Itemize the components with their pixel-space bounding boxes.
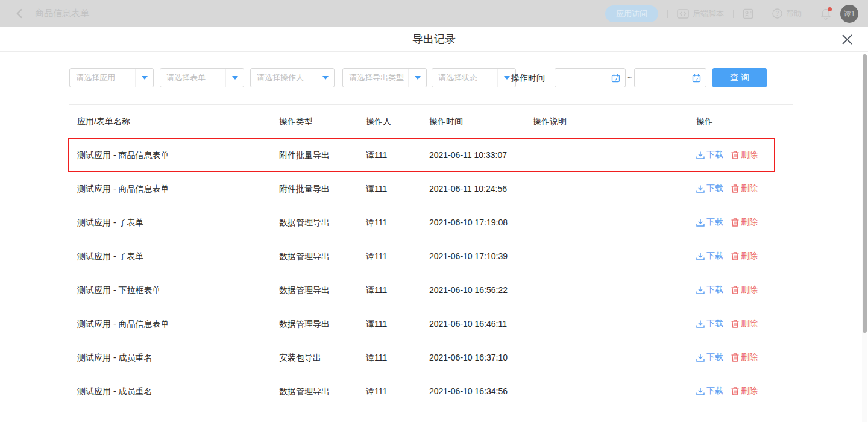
cell-operation-time: 2021-06-10 16:46:11 (429, 307, 529, 341)
cell-app-form-name: 测试应用 - 子表单 (77, 206, 276, 239)
header-app-form-name: 应用/表单名称 (77, 104, 276, 138)
status-select[interactable]: 请选择状态 (432, 68, 516, 87)
app-select[interactable]: 请选择应用 (69, 68, 154, 87)
header-operation-type: 操作类型 (279, 104, 363, 138)
delete-link[interactable]: 删除 (731, 352, 758, 363)
delete-label: 删除 (741, 150, 758, 160)
cell-operation-type: 数据管理导出 (279, 206, 363, 239)
header-operation-time: 操作时间 (429, 104, 529, 138)
delete-label: 删除 (741, 318, 758, 329)
divider (763, 10, 763, 18)
chevron-left-icon (16, 8, 23, 19)
operation-time-label: 操作时间 (511, 68, 545, 87)
avatar[interactable]: 谭1 (840, 5, 858, 23)
download-link[interactable]: 下载 (696, 285, 723, 295)
help-label: 帮助 (786, 8, 802, 19)
download-link[interactable]: 下载 (696, 251, 723, 262)
download-icon (696, 219, 705, 227)
cell-app-form-name: 测试应用 - 商品信息表单 (77, 307, 276, 341)
app-access-button[interactable]: 应用访问 (605, 5, 658, 22)
table-row: 测试应用 - 子表单 数据管理导出 谭111 2021-06-10 17:10:… (69, 239, 793, 273)
delete-label: 删除 (741, 386, 758, 397)
table-row: 测试应用 - 商品信息表单 附件批量导出 谭111 2021-06-11 10:… (69, 138, 793, 172)
cell-app-form-name: 测试应用 - 子表单 (77, 239, 276, 273)
contact-book-icon (743, 8, 753, 19)
back-button[interactable] (16, 8, 23, 19)
delete-link[interactable]: 删除 (731, 285, 758, 295)
download-label: 下载 (706, 217, 723, 228)
contact-book-button[interactable] (743, 8, 753, 19)
cell-actions: 下载 删除 (696, 138, 758, 172)
page-title: 商品信息表单 (35, 8, 89, 19)
delete-link[interactable]: 删除 (731, 251, 758, 262)
cell-actions: 下载 删除 (696, 172, 758, 206)
chevron-down-icon (135, 69, 153, 87)
trash-icon (731, 252, 739, 260)
divider (811, 10, 811, 18)
close-button[interactable] (841, 34, 853, 45)
trash-icon (731, 151, 739, 159)
help-button[interactable]: ? 帮助 (772, 8, 802, 19)
scrollbar-thumb[interactable] (863, 54, 867, 333)
trash-icon (731, 387, 739, 395)
download-link[interactable]: 下载 (696, 386, 723, 397)
cell-actions: 下载 删除 (696, 307, 758, 341)
backend-script-label: 后端脚本 (693, 8, 724, 19)
cell-operation-desc (533, 341, 690, 374)
download-link[interactable]: 下载 (696, 352, 723, 363)
table-row: 测试应用 - 下拉框表单 数据管理导出 谭111 2021-06-10 16:5… (69, 273, 793, 307)
download-label: 下载 (706, 386, 723, 397)
cell-operation-type: 数据管理导出 (279, 307, 363, 341)
modal-header: 导出记录 (0, 27, 868, 52)
delete-label: 删除 (741, 251, 758, 262)
cell-operation-type: 数据管理导出 (279, 374, 363, 408)
download-link[interactable]: 下载 (696, 217, 723, 228)
app-select-placeholder: 请选择应用 (70, 69, 135, 87)
delete-label: 删除 (741, 285, 758, 295)
cell-actions: 下载 删除 (696, 374, 758, 408)
delete-link[interactable]: 删除 (731, 150, 758, 160)
start-date-input[interactable] (555, 68, 626, 87)
trash-icon (731, 184, 739, 193)
delete-label: 删除 (741, 352, 758, 363)
search-button[interactable]: 查询 (712, 68, 767, 87)
cell-app-form-name: 测试应用 - 商品信息表单 (77, 172, 276, 206)
download-label: 下载 (706, 183, 723, 194)
download-icon (696, 185, 705, 193)
download-label: 下载 (706, 251, 723, 262)
trash-icon (731, 218, 739, 227)
download-icon (696, 286, 705, 294)
table-row: 测试应用 - 成员重名 数据管理导出 谭111 2021-06-10 16:34… (69, 374, 793, 408)
divider (733, 10, 734, 18)
form-select-placeholder: 请选择表单 (160, 69, 225, 87)
cell-operation-type: 安装包导出 (279, 341, 363, 374)
cell-operation-desc (533, 307, 690, 341)
operator-select-placeholder: 请选择操作人 (251, 69, 316, 87)
delete-link[interactable]: 删除 (731, 386, 758, 397)
delete-link[interactable]: 删除 (731, 217, 758, 228)
download-link[interactable]: 下载 (696, 150, 723, 160)
divider (667, 10, 668, 18)
trash-icon (731, 286, 739, 294)
end-date-input[interactable] (634, 68, 706, 87)
cell-app-form-name: 测试应用 - 下拉框表单 (77, 273, 276, 307)
export-type-select[interactable]: 请选择导出类型 (342, 68, 427, 87)
operator-select[interactable]: 请选择操作人 (250, 68, 335, 87)
cell-operation-desc (533, 138, 690, 172)
svg-text:?: ? (776, 10, 779, 17)
delete-link[interactable]: 删除 (731, 318, 758, 329)
download-icon (696, 253, 705, 260)
download-link[interactable]: 下载 (696, 183, 723, 194)
cell-app-form-name: 测试应用 - 商品信息表单 (77, 138, 276, 172)
cell-operation-type: 数据管理导出 (279, 273, 363, 307)
status-select-placeholder: 请选择状态 (432, 69, 497, 87)
table-row: 测试应用 - 商品信息表单 附件批量导出 谭111 2021-06-11 10:… (69, 172, 793, 206)
cell-operation-time: 2021-06-10 17:19:08 (429, 206, 529, 239)
cell-app-form-name: 测试应用 - 成员重名 (77, 341, 276, 374)
download-link[interactable]: 下载 (696, 318, 723, 329)
form-select[interactable]: 请选择表单 (160, 68, 244, 87)
notification-button[interactable] (820, 8, 831, 20)
backend-script-button[interactable]: 后端脚本 (677, 8, 724, 19)
download-icon (696, 151, 705, 159)
delete-link[interactable]: 删除 (731, 183, 758, 194)
